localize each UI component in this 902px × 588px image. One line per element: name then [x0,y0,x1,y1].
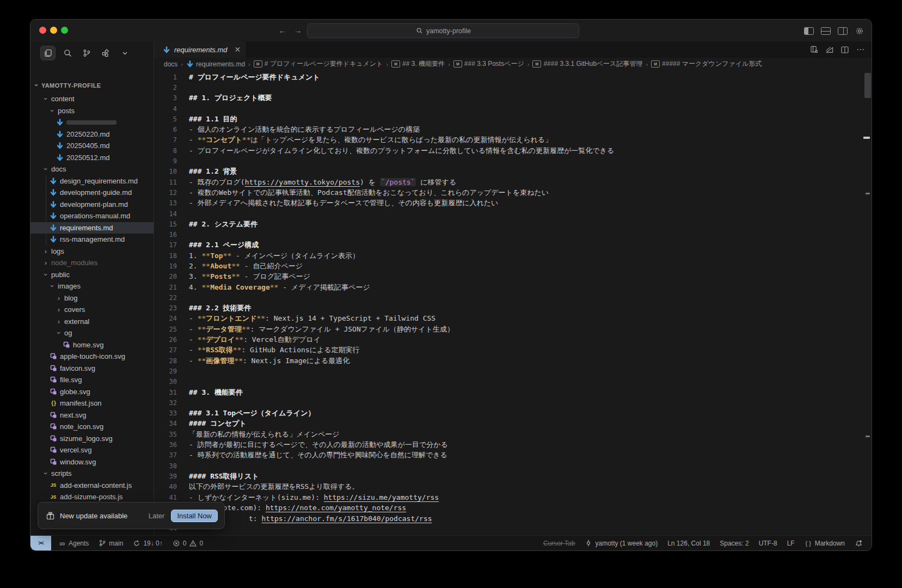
status-problems[interactable]: 00 [169,540,207,547]
tree-folder-logs[interactable]: ›logs [30,246,154,258]
line-number: 36 [154,441,177,449]
tree-folder-og[interactable]: ›og [30,327,154,339]
tree-folder-public[interactable]: ›public [30,269,154,281]
breadcrumb-item[interactable]: M# プロフィールページ要件ドキュメント [254,59,383,69]
toggle-secondary-sidebar-icon[interactable] [838,27,848,35]
link-text[interactable]: https://sizu.me/yamotty/rss [324,493,439,501]
status-notifications[interactable] [851,540,866,547]
search-icon[interactable] [60,46,75,60]
status-encoding[interactable]: UTF-8 [755,540,781,547]
status-indentation[interactable]: Spaces: 2 [716,540,752,547]
tree-file-next.svg[interactable]: next.svg [30,409,154,421]
breadcrumb-item[interactable]: docs [164,60,177,68]
status-agents[interactable]: ∞Agents [54,540,93,547]
line-content: ## 2. システム要件 [189,219,257,229]
tree-file-note_icon.svg[interactable]: note_icon.svg [30,421,154,433]
tree-file-rss-management.md[interactable]: rss-management.md [30,234,154,246]
breadcrumb-separator: › [646,61,648,68]
minimize-window-button[interactable] [50,27,57,34]
status-branch[interactable]: main [95,540,127,547]
status-sync[interactable]: 19↓ 0↑ [129,540,166,547]
svg-file-icon [50,434,57,442]
line-content: 以下の外部サービスの更新履歴をRSSより取得する。 [189,482,359,492]
tree-file-development-plan.md[interactable]: development-plan.md [30,199,154,211]
tree-file-20250512.md[interactable]: 20250512.md [30,152,154,164]
toggle-panel-icon[interactable] [821,27,831,35]
link-text[interactable]: https://yamotty.tokyo/posts [245,178,360,186]
tree-file-add-sizume-posts.js[interactable]: JSadd-sizume-posts.js [30,491,154,503]
editor-scrollbar[interactable] [864,73,871,98]
navigate-back-button[interactable]: ← [277,24,289,36]
diff-icon[interactable] [826,46,833,53]
explorer-icon[interactable] [40,46,56,60]
source-control-icon[interactable] [79,46,94,60]
code-text: 「最新の私の情報が伝えられる」メインページ [189,430,340,438]
open-preview-icon[interactable] [811,46,818,53]
tree-file-sizume_logo.svg[interactable]: sizume_logo.svg [30,433,154,445]
tree-folder-docs[interactable]: ›docs [30,163,154,175]
install-now-button[interactable]: Install Now [171,510,218,522]
toggle-primary-sidebar-icon[interactable] [804,27,814,35]
tree-file-globe.svg[interactable]: globe.svg [30,386,154,398]
tree-folder-external[interactable]: ›external [30,316,154,328]
gear-icon[interactable] [855,26,864,35]
tree-file-design_requirements.md[interactable]: design_requirements.md [30,175,154,187]
folder-label: posts [58,107,75,115]
breadcrumb-item[interactable]: M##### マークダウンファイル形式 [651,59,762,69]
tree-file-partial[interactable] [30,117,154,128]
link-text[interactable]: https://note.com/yamotty_note/rss [266,504,406,512]
status-language-mode[interactable]: { }Markdown [801,540,849,547]
tree-folder-content[interactable]: ›content [30,93,154,105]
tree-file-window.svg[interactable]: window.svg [30,456,154,468]
extensions-icon[interactable] [99,46,113,60]
tab-requirements-md[interactable]: requirements.md ✕ [154,41,247,58]
close-window-button[interactable] [39,27,46,34]
tree-folder-images[interactable]: ›images [30,280,154,292]
tree-file-manifest.json[interactable]: { }manifest.json [30,397,154,409]
tree-file-20250405.md[interactable]: 20250405.md [30,140,154,152]
svg-file-icon [50,411,57,419]
line-number: 27 [154,346,177,354]
tree-file-add-external-content.js[interactable]: JSadd-external-content.js [30,480,154,492]
tree-folder-node_modules[interactable]: ›node_modules [30,257,154,269]
tree-file-file.svg[interactable]: file.svg [30,374,154,386]
file-label: add-external-content.js [60,481,132,489]
tree-folder-blog[interactable]: ›blog [30,292,154,304]
line-number: 19 [154,262,177,270]
breadcrumb-item[interactable]: M#### 3.3.1 GitHubベース記事管理 [532,59,642,69]
line-number: 15 [154,220,177,228]
later-button[interactable]: Later [149,512,165,520]
close-tab-icon[interactable]: ✕ [235,45,241,54]
more-actions-icon[interactable]: ⋯ [856,45,865,54]
breadcrumb-item[interactable]: requirements.md [186,60,245,68]
status-last-commit[interactable]: yamotty (1 week ago) [581,540,661,547]
command-center-search[interactable]: yamotty-profile [307,23,579,38]
tree-file-favicon.svg[interactable]: favicon.svg [30,363,154,375]
breadcrumb-item[interactable]: M### 3.3 Postsページ [453,59,524,69]
status-cursor-tab[interactable]: Cursor Tab [539,540,579,547]
code-editor[interactable]: 1# プロフィールページ要件ドキュメント23## 1. プロジェクト概要45##… [154,70,864,536]
chevron-down-icon[interactable] [118,46,132,60]
zoom-window-button[interactable] [61,27,68,34]
status-eol[interactable]: LF [783,540,799,547]
line-number: 18 [154,252,177,260]
link-text[interactable]: https://anchor.fm/s/1617b040/podcast/rss [261,514,432,523]
tree-folder-scripts[interactable]: ›scripts [30,468,154,480]
tree-folder-posts[interactable]: ›posts [30,105,154,117]
tree-file-vercel.svg[interactable]: vercel.svg [30,444,154,456]
tree-file-operations-manual.md[interactable]: operations-manual.md [30,210,154,222]
project-root-header[interactable]: › YAMOTTY-PROFILE [34,81,101,89]
tree-folder-covers[interactable]: ›covers [30,304,154,316]
tree-file-requirements.md[interactable]: requirements.md [30,222,154,234]
line-content: - **デプロイ**: Vercel自動デプロイ [189,335,321,345]
split-editor-icon[interactable] [841,46,849,53]
editor-line: 36- 訪問者が最初に目にするページで、その人の最新の活動や成果が一目で分かる [154,439,864,450]
tree-file-home.svg[interactable]: home.svg [30,339,154,351]
breadcrumb-item[interactable]: M## 3. 機能要件 [391,59,445,69]
navigate-forward-button[interactable]: → [292,24,304,36]
tree-file-development-guide.md[interactable]: development-guide.md [30,187,154,199]
tree-file-20250220.md[interactable]: 20250220.md [30,128,154,140]
tree-file-apple-touch-icon.svg[interactable]: apple-touch-icon.svg [30,351,154,363]
remote-indicator[interactable]: >< [30,536,51,550]
status-cursor-position[interactable]: Ln 126, Col 18 [664,540,714,547]
